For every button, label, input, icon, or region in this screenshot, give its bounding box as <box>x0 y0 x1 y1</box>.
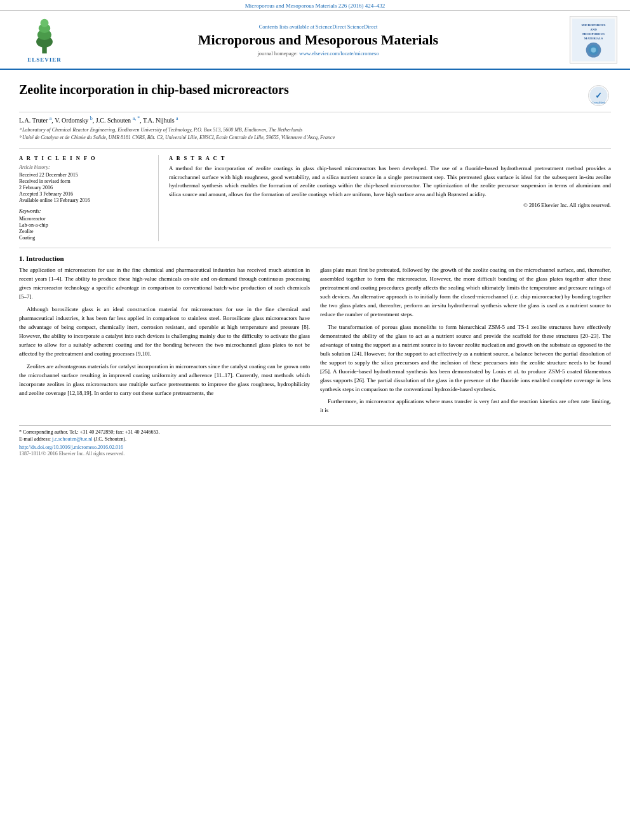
issn-line: 1387-1811/© 2016 Elsevier Inc. All right… <box>19 451 611 457</box>
affiliations-block: ᵃ Laboratory of Chemical Reactor Enginee… <box>19 126 611 142</box>
svg-text:AND: AND <box>590 28 597 31</box>
abstract-heading: A B S T R A C T <box>169 155 611 161</box>
keyword-3: Zeolite <box>19 229 152 234</box>
intro-para-3: Zeolites are advantageous materials for … <box>19 363 310 398</box>
intro-para-2: Although borosilicate glass is an ideal … <box>19 305 310 359</box>
elsevier-logo-container: ELSEVIER <box>13 17 76 63</box>
svg-text:MICROPOROUS: MICROPOROUS <box>582 23 606 27</box>
history-label: Article history: <box>19 164 152 170</box>
svg-text:CrossMark: CrossMark <box>591 101 606 104</box>
accepted-date: Accepted 3 February 2016 <box>19 191 152 197</box>
intro-para-r3: Furthermore, in microreactor application… <box>320 397 611 415</box>
svg-point-4 <box>41 18 49 27</box>
revised-label: Received in revised form <box>19 178 152 184</box>
article-info-column: A R T I C L E I N F O Article history: R… <box>19 155 159 241</box>
journal-header: ELSEVIER Contents lists available at Sci… <box>0 11 630 70</box>
received-date: Received 22 December 2015 <box>19 172 152 178</box>
keywords-block: Keywords: Microreactor Lab-on-a-chip Zeo… <box>19 208 152 241</box>
crossmark-badge: ✓ CrossMark <box>586 83 611 108</box>
intro-body-columns: The application of microreactors for use… <box>19 266 611 419</box>
intro-col-left: The application of microreactors for use… <box>19 266 310 419</box>
journal-title: Microporous and Mesoporous Materials <box>76 32 560 48</box>
intro-para-r2: The transformation of porous glass monol… <box>320 323 611 394</box>
available-date: Available online 13 February 2016 <box>19 197 152 203</box>
elsevier-brand-label: ELSEVIER <box>27 57 62 63</box>
article-info-heading: A R T I C L E I N F O <box>19 155 152 161</box>
divider-after-affiliations <box>19 148 611 149</box>
introduction-section: 1. Introduction The application of micro… <box>19 255 611 419</box>
journal-cover-icon: MICROPOROUS AND MESOPOROUS MATERIALS <box>572 18 615 62</box>
intro-col-right: glass plate must first be pretreated, fo… <box>320 266 611 419</box>
divider-after-abstract <box>19 248 611 248</box>
affiliation-b: ᵇ Unité de Catalyse et de Chimie du Soli… <box>19 134 611 142</box>
svg-point-12 <box>591 47 596 52</box>
footnote-section: * Corresponding author. Tel.: +31 40 247… <box>19 425 611 457</box>
corresponding-author: * Corresponding author. Tel.: +31 40 247… <box>19 429 611 435</box>
sciencedirect-link: Contents lists available at ScienceDirec… <box>76 23 560 30</box>
elsevier-tree-icon <box>25 17 64 55</box>
authors-line: L.A. Truter a, V. Ordomsky b, J.C. Schou… <box>19 116 611 124</box>
email-link[interactable]: j.c.schouten@tue.nl <box>52 436 93 442</box>
svg-text:MATERIALS: MATERIALS <box>584 37 603 40</box>
abstract-text: A method for the incorporation of zeolit… <box>169 164 611 199</box>
keywords-label: Keywords: <box>19 208 152 214</box>
homepage-url[interactable]: www.elsevier.com/locate/micromeso <box>299 50 379 57</box>
article-title: Zeolite incorporation in chip-based micr… <box>19 83 579 97</box>
abstract-column: A B S T R A C T A method for the incorpo… <box>169 155 611 241</box>
article-info-abstract-section: A R T I C L E I N F O Article history: R… <box>19 155 611 241</box>
article-history-block: Article history: Received 22 December 20… <box>19 164 152 203</box>
journal-homepage: journal homepage: www.elsevier.com/locat… <box>76 50 560 57</box>
svg-text:MESOPOROUS: MESOPOROUS <box>582 32 605 36</box>
svg-text:✓: ✓ <box>595 91 602 100</box>
right-logo-container: MICROPOROUS AND MESOPOROUS MATERIALS <box>560 16 617 63</box>
journal-cover-image: MICROPOROUS AND MESOPOROUS MATERIALS <box>570 16 617 63</box>
crossmark-icon: ✓ CrossMark <box>587 84 610 107</box>
affiliation-a: ᵃ Laboratory of Chemical Reactor Enginee… <box>19 126 611 134</box>
intro-para-1: The application of microreactors for use… <box>19 266 310 302</box>
revised-date: 2 February 2016 <box>19 185 152 190</box>
abstract-copyright: © 2016 Elsevier Inc. All rights reserved… <box>169 202 611 208</box>
top-bar: Microporous and Mesoporous Materials 226… <box>0 0 630 11</box>
header-center: Contents lists available at ScienceDirec… <box>76 23 560 57</box>
doi-line: http://dx.doi.org/10.1016/j.micromeso.20… <box>19 444 611 450</box>
email-line: E-mail address: j.c.schouten@tue.nl (J.C… <box>19 436 611 442</box>
journal-reference: Microporous and Mesoporous Materials 226… <box>245 3 385 9</box>
doi-link[interactable]: http://dx.doi.org/10.1016/j.micromeso.20… <box>19 444 123 450</box>
article-title-section: Zeolite incorporation in chip-based micr… <box>19 76 611 112</box>
intro-para-r1: glass plate must first be pretreated, fo… <box>320 266 611 319</box>
keyword-4: Coating <box>19 235 152 241</box>
article-body: Zeolite incorporation in chip-based micr… <box>0 70 630 463</box>
keyword-1: Microreactor <box>19 216 152 222</box>
keyword-2: Lab-on-a-chip <box>19 222 152 228</box>
introduction-title: 1. Introduction <box>19 255 611 262</box>
sciencedirect-anchor[interactable]: ScienceDirect <box>347 23 378 30</box>
